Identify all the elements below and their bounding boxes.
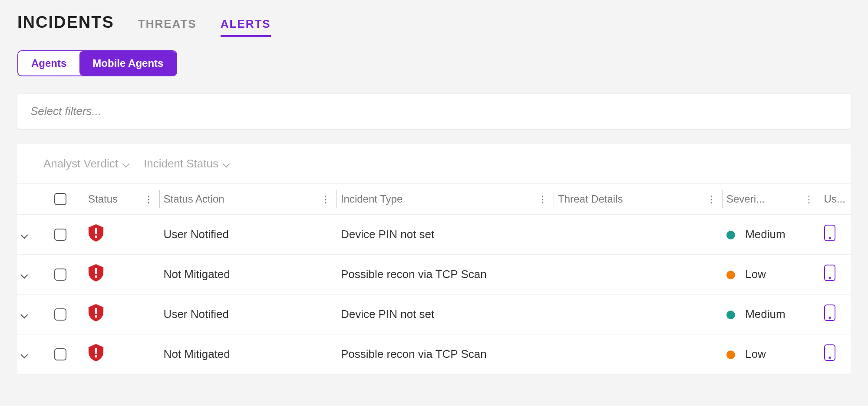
- kebab-icon[interactable]: [538, 193, 548, 205]
- mobile-device-icon: [824, 225, 835, 241]
- row-checkbox[interactable]: [54, 308, 66, 321]
- tab-threats[interactable]: THREATS: [138, 17, 197, 35]
- column-separator: [722, 190, 723, 208]
- incident-status-label: Incident Status: [144, 157, 218, 170]
- analyst-verdict-dropdown[interactable]: Analyst Verdict: [43, 157, 129, 170]
- header-severity[interactable]: Severi...: [722, 184, 820, 215]
- bulk-action-row: Analyst Verdict Incident Status: [17, 144, 851, 183]
- chevron-down-icon: [21, 311, 28, 319]
- severity-dot-icon: [726, 271, 735, 279]
- checkbox-cell: [48, 215, 84, 255]
- table-header-row: Status Status Action Incident Type: [17, 184, 851, 215]
- shield-alert-icon: [88, 224, 104, 242]
- chevron-down-icon: [21, 351, 28, 359]
- severity-label: Medium: [745, 228, 785, 241]
- status-action-cell: User Notified: [159, 295, 337, 334]
- status-action-cell: User Notified: [159, 215, 337, 255]
- user-cell: [820, 295, 851, 334]
- expand-cell[interactable]: [17, 255, 48, 295]
- threat-details-cell: [554, 295, 722, 334]
- header-expand: [17, 184, 48, 215]
- alerts-table-card: Analyst Verdict Incident Status: [17, 144, 851, 374]
- severity-dot-icon: [726, 350, 735, 359]
- threat-details-cell: [554, 334, 722, 374]
- expand-cell[interactable]: [17, 334, 48, 374]
- kebab-icon[interactable]: [706, 193, 716, 205]
- checkbox-cell: [48, 255, 84, 295]
- threat-details-cell: [554, 255, 722, 295]
- agent-segmented: Agents Mobile Agents: [17, 50, 177, 76]
- severity-label: Low: [745, 268, 766, 281]
- chevron-down-icon: [122, 160, 129, 167]
- severity-dot-icon: [726, 311, 735, 319]
- status-cell: [84, 295, 159, 334]
- column-separator: [337, 190, 337, 208]
- segment-mobile-agents[interactable]: Mobile Agents: [79, 51, 176, 75]
- header-status-label: Status: [88, 193, 118, 205]
- kebab-icon[interactable]: [321, 193, 330, 205]
- incident-status-dropdown[interactable]: Incident Status: [144, 157, 229, 170]
- row-checkbox[interactable]: [54, 348, 66, 360]
- column-separator: [159, 190, 160, 208]
- table-row: User Notified Device PIN not set Medium: [17, 215, 851, 255]
- header-threat-details[interactable]: Threat Details: [554, 184, 722, 215]
- header-status-action-label: Status Action: [164, 193, 224, 205]
- chevron-down-icon: [21, 232, 28, 239]
- column-separator: [554, 190, 554, 208]
- header-user-label: Us...: [824, 193, 845, 205]
- select-all-checkbox[interactable]: [54, 193, 66, 205]
- incident-type-cell: Device PIN not set: [337, 295, 554, 334]
- shield-alert-icon: [88, 264, 104, 282]
- column-separator: [820, 190, 820, 208]
- user-cell: [820, 255, 851, 295]
- row-checkbox[interactable]: [54, 229, 66, 241]
- threat-details-cell: [554, 215, 722, 255]
- header-status-action[interactable]: Status Action: [159, 184, 337, 215]
- header-severity-label: Severi...: [726, 193, 765, 205]
- tab-alerts[interactable]: ALERTS: [221, 17, 271, 37]
- page-title: INCIDENTS: [17, 13, 114, 32]
- header-incident-type[interactable]: Incident Type: [337, 184, 554, 215]
- status-cell: [84, 215, 159, 255]
- header-user[interactable]: Us...: [820, 184, 851, 215]
- chevron-down-icon: [222, 160, 230, 167]
- table-row: User Notified Device PIN not set Medium: [17, 295, 851, 334]
- status-cell: [84, 334, 159, 374]
- shield-alert-icon: [88, 344, 104, 361]
- chevron-down-icon: [21, 272, 28, 279]
- expand-cell[interactable]: [17, 215, 48, 255]
- top-tabs: INCIDENTS THREATS ALERTS: [17, 13, 851, 37]
- filter-input[interactable]: Select filters...: [17, 94, 851, 129]
- mobile-device-icon: [824, 344, 835, 361]
- severity-cell: Low: [722, 255, 820, 295]
- kebab-icon[interactable]: [804, 193, 814, 205]
- kebab-icon[interactable]: [144, 193, 153, 205]
- header-status[interactable]: Status: [84, 184, 159, 215]
- status-cell: [84, 255, 159, 295]
- severity-label: Medium: [745, 308, 785, 321]
- row-checkbox[interactable]: [54, 268, 66, 281]
- incident-type-cell: Possible recon via TCP Scan: [337, 255, 554, 295]
- checkbox-cell: [48, 295, 84, 334]
- table-row: Not Mitigated Possible recon via TCP Sca…: [17, 255, 851, 295]
- segment-agents[interactable]: Agents: [18, 51, 79, 75]
- table-row: Not Mitigated Possible recon via TCP Sca…: [17, 334, 851, 374]
- header-checkbox: [48, 184, 84, 215]
- severity-dot-icon: [726, 231, 735, 239]
- incident-type-cell: Device PIN not set: [337, 215, 554, 255]
- expand-cell[interactable]: [17, 295, 48, 334]
- header-threat-details-label: Threat Details: [558, 193, 623, 205]
- status-action-cell: Not Mitigated: [159, 334, 337, 374]
- severity-cell: Medium: [722, 295, 820, 334]
- incident-type-cell: Possible recon via TCP Scan: [337, 334, 554, 374]
- alerts-table: Status Status Action Incident Type: [17, 183, 851, 374]
- status-action-cell: Not Mitigated: [159, 255, 337, 295]
- mobile-device-icon: [824, 304, 835, 321]
- severity-cell: Low: [722, 334, 820, 374]
- shield-alert-icon: [88, 304, 104, 321]
- severity-label: Low: [745, 347, 766, 360]
- user-cell: [820, 215, 851, 255]
- checkbox-cell: [48, 334, 84, 374]
- header-incident-type-label: Incident Type: [341, 193, 403, 205]
- mobile-device-icon: [824, 265, 835, 281]
